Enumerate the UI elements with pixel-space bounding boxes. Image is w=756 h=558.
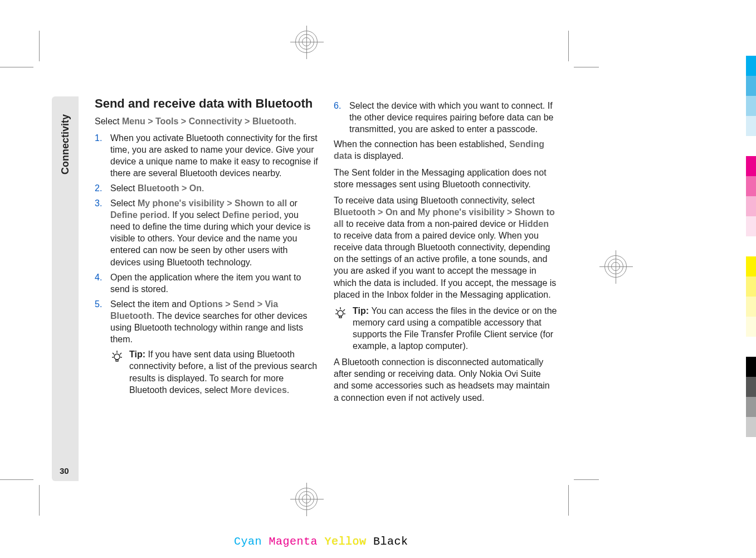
text: Select bbox=[110, 198, 138, 208]
color-swatch bbox=[746, 377, 756, 397]
color-swatch bbox=[746, 176, 756, 196]
text: to receive data from a non-paired device… bbox=[344, 219, 519, 229]
text: > bbox=[178, 117, 188, 126]
menu-label: Bluetooth bbox=[252, 117, 294, 126]
step-2: 2. Select Bluetooth > On. bbox=[95, 182, 318, 194]
text: > bbox=[375, 207, 386, 217]
steps-list-cont: 6.Select the device with which you want … bbox=[334, 100, 557, 135]
select-path: Select Menu > Tools > Connectivity > Blu… bbox=[95, 115, 318, 127]
svg-rect-13 bbox=[339, 316, 342, 318]
paragraph: A Bluetooth connection is disconnected a… bbox=[334, 356, 557, 403]
menu-label: Define period bbox=[110, 210, 167, 220]
tip-text: Tip: You can access the files in the dev… bbox=[353, 305, 557, 352]
lightbulb-icon bbox=[334, 306, 347, 319]
menu-label: More devices bbox=[230, 385, 286, 395]
text: or bbox=[287, 198, 297, 208]
crop-mark-top-icon bbox=[295, 31, 320, 55]
step-3: 3. Select My phone's visibility > Shown … bbox=[95, 197, 318, 268]
color-swatch bbox=[746, 317, 756, 337]
paragraph: The Sent folder in the Messaging applica… bbox=[334, 167, 557, 190]
tip-label: Tip: bbox=[129, 350, 148, 359]
color-swatch bbox=[746, 76, 756, 96]
color-swatch bbox=[746, 196, 756, 216]
text: and bbox=[398, 207, 418, 217]
menu-label: Bluetooth bbox=[334, 207, 375, 217]
tip-text: Tip: If you have sent data using Bluetoo… bbox=[129, 348, 318, 395]
menu-label: My phone's visibility bbox=[418, 207, 505, 217]
svg-rect-6 bbox=[116, 360, 118, 361]
step-number: 2. bbox=[95, 182, 102, 194]
menu-label: Menu bbox=[122, 117, 145, 126]
menu-label: Connectivity bbox=[189, 117, 242, 126]
text: > bbox=[145, 117, 155, 126]
section-label: Connectivity bbox=[60, 114, 71, 174]
color-swatch bbox=[746, 56, 756, 76]
color-swatch bbox=[746, 337, 756, 357]
text: To receive data using Bluetooth connecti… bbox=[334, 196, 535, 205]
menu-label: Shown to all bbox=[235, 198, 287, 208]
svg-line-10 bbox=[343, 309, 345, 311]
section-heading: Send and receive data with Bluetooth bbox=[95, 96, 318, 111]
step-6: 6.Select the device with which you want … bbox=[334, 100, 557, 135]
column-right: 6.Select the device with which you want … bbox=[334, 96, 557, 408]
menu-label: Define period bbox=[222, 210, 279, 220]
menu-label: My phone's visibility bbox=[138, 198, 225, 208]
text: . If you select bbox=[167, 210, 222, 220]
menu-label: Tools bbox=[155, 117, 178, 126]
steps-list: 1.When you activate Bluetooth connectivi… bbox=[95, 132, 318, 346]
tip-label: Tip: bbox=[353, 306, 371, 316]
print-color-bars bbox=[746, 56, 756, 457]
color-swatch bbox=[746, 397, 756, 417]
text: to receive data from a paired device onl… bbox=[334, 231, 556, 299]
text: > bbox=[179, 183, 189, 193]
text: Select bbox=[110, 183, 138, 193]
text: > bbox=[242, 117, 252, 126]
color-swatch bbox=[746, 256, 756, 276]
text: . bbox=[294, 117, 296, 126]
svg-line-2 bbox=[113, 353, 114, 355]
svg-point-7 bbox=[338, 310, 343, 316]
color-swatch bbox=[746, 437, 756, 457]
section-tab: Connectivity 30 bbox=[52, 96, 79, 481]
menu-label: On bbox=[386, 207, 398, 217]
text: > bbox=[225, 198, 235, 208]
magenta-label: Magenta bbox=[269, 535, 318, 548]
menu-label: Send bbox=[233, 299, 255, 309]
text: Select bbox=[95, 117, 122, 126]
menu-label: Options bbox=[189, 299, 222, 309]
svg-line-3 bbox=[120, 353, 121, 355]
menu-label: Bluetooth bbox=[138, 183, 179, 193]
text: > bbox=[223, 299, 233, 309]
text: When the connection has been established… bbox=[334, 139, 509, 149]
black-label: Black bbox=[373, 535, 408, 548]
step-text: Select the device with which you want to… bbox=[349, 101, 553, 134]
text: You can access the files in the device o… bbox=[353, 306, 557, 351]
tip-block-1: Tip: If you have sent data using Bluetoo… bbox=[110, 348, 318, 395]
step-text: When you activate Bluetooth connectivity… bbox=[110, 133, 318, 178]
menu-label: Hidden bbox=[519, 219, 549, 229]
color-swatch bbox=[746, 96, 756, 116]
color-swatch bbox=[746, 276, 756, 297]
content-columns: Send and receive data with Bluetooth Sel… bbox=[95, 96, 557, 408]
step-number: 3. bbox=[95, 197, 102, 209]
crop-mark-bottom-icon bbox=[295, 488, 320, 512]
step-4: 4.Open the application where the item yo… bbox=[95, 271, 318, 295]
color-swatch bbox=[746, 357, 756, 377]
step-number: 5. bbox=[95, 298, 102, 310]
crop-mark-right-icon bbox=[604, 255, 629, 280]
manual-page: Connectivity 30 Send and receive data wi… bbox=[0, 31, 599, 482]
color-swatch bbox=[746, 297, 756, 317]
step-number: 6. bbox=[334, 100, 341, 111]
text: > bbox=[255, 299, 265, 309]
page-number: 30 bbox=[60, 466, 69, 475]
svg-line-9 bbox=[336, 309, 338, 311]
text: . bbox=[287, 385, 289, 395]
color-swatch bbox=[746, 156, 756, 176]
cmyk-footer: Cyan Cyan Magenta Yellow Black bbox=[234, 535, 408, 548]
text: > bbox=[505, 207, 515, 217]
tip-block-2: Tip: You can access the files in the dev… bbox=[334, 305, 557, 352]
text: Select the item and bbox=[110, 299, 189, 309]
svg-point-0 bbox=[114, 354, 120, 360]
text: . bbox=[202, 183, 204, 193]
color-swatch bbox=[746, 236, 756, 256]
